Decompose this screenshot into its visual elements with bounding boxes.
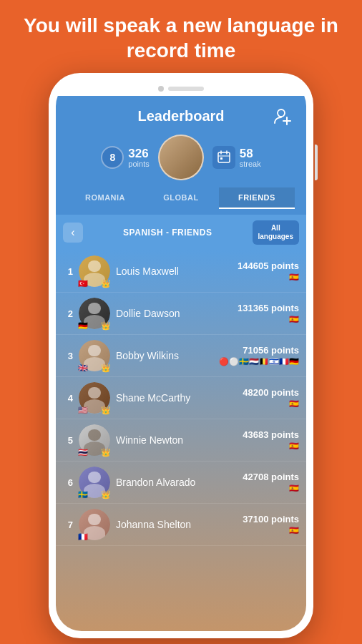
back-button[interactable]: ‹: [63, 223, 83, 243]
flag-badge: 🇬🇧: [78, 364, 88, 372]
lang-flags: 🇪🇸: [289, 399, 299, 409]
tab-global[interactable]: GLOBAL: [143, 187, 219, 209]
crown-badge: 👑: [101, 280, 111, 288]
crown-badge: 👑: [101, 449, 111, 457]
avatar-wrap: 🇬🇧 👑: [79, 340, 110, 371]
points-value: 326: [128, 147, 148, 160]
list-item: 2 🇩🇪 👑 Dollie Dawson 131365 points: [56, 293, 306, 335]
avatar-wrap: 🇩🇪 👑: [79, 298, 110, 329]
player-name: Brandon Alvarado: [116, 477, 237, 488]
item-right: 43683 points 🇪🇸: [243, 429, 299, 451]
item-right: 144605 points 🇪🇸: [238, 260, 299, 282]
add-friend-button[interactable]: [272, 104, 295, 127]
lang-flags: 🇪🇸: [289, 315, 299, 324]
tab-romania[interactable]: ROMANIA: [67, 187, 143, 209]
streak-value: 58: [240, 147, 253, 160]
item-points: 131365 points: [238, 303, 299, 313]
all-languages-button[interactable]: Alllanguages: [253, 220, 299, 245]
crown-badge: 👑: [101, 491, 111, 499]
points-info: 326 points: [128, 147, 149, 168]
phone-camera: [158, 86, 164, 92]
player-name: Shane McCarthy: [116, 392, 237, 404]
app-header: Leaderboard 8: [56, 96, 306, 215]
crown-badge: 👑: [101, 364, 111, 372]
svg-point-0: [278, 109, 285, 117]
headline: You will speak a new language in record …: [0, 0, 362, 73]
avatar-wrap: 🇸🇪 👑: [79, 467, 110, 498]
item-points: 71056 points: [243, 345, 299, 356]
item-right: 37100 points 🇪🇸: [243, 514, 299, 535]
flag-badge: 🇹🇷: [78, 280, 88, 288]
points-label: points: [128, 160, 149, 168]
lang-flags: 🔴⚪🇸🇪🇳🇱🇧🇪🇮🇱🇫🇷🇩🇪: [219, 357, 299, 366]
list-item: 5 🇹🇭 👑 Winnie Newton 43683 points: [56, 419, 306, 462]
list-item: 1 🇹🇷 👑 Louis Maxwell 144605 points: [56, 250, 306, 293]
list-item: 7 🇫🇷 Johanna Shelton 37100 points: [56, 504, 306, 546]
leaderboard-list: 1 🇹🇷 👑 Louis Maxwell 144605 points: [56, 250, 306, 631]
svg-rect-7: [220, 157, 222, 160]
phone-screen: Leaderboard 8: [56, 80, 306, 631]
player-name: Louis Maxwell: [116, 265, 232, 277]
item-points: 42708 points: [243, 472, 299, 482]
rank-badge: 8: [101, 146, 124, 169]
item-right: 42708 points 🇪🇸: [243, 472, 299, 493]
item-points: 144605 points: [238, 260, 299, 271]
phone-speaker: [168, 87, 204, 91]
streak-info: 58 streak: [240, 147, 261, 168]
filter-row: ‹ SPANISH - FRIENDS Alllanguages: [56, 215, 306, 250]
crown-badge: 👑: [101, 406, 111, 414]
rank-stat: 8 326 points: [101, 146, 149, 169]
streak-stat: 58 streak: [212, 146, 261, 169]
lang-flags: 🇪🇸: [289, 273, 299, 282]
stats-row: 8 326 points: [67, 135, 295, 180]
lang-flags: 🇪🇸: [289, 441, 299, 451]
flag-badge: 🇫🇷: [78, 533, 88, 541]
player-name: Dollie Dawson: [116, 308, 232, 319]
item-points: 48200 points: [243, 387, 299, 398]
rank-number: 6: [63, 477, 73, 488]
phone-frame: Leaderboard 8: [49, 73, 313, 638]
phone-notch: [56, 80, 306, 96]
list-item: 3 🇬🇧 👑 Bobby Wilkins 71056 points: [56, 335, 306, 377]
tab-friends[interactable]: FRIENDS: [219, 187, 295, 209]
player-name: Winnie Newton: [116, 434, 237, 446]
flag-badge: 🇩🇪: [78, 322, 88, 330]
flag-badge: 🇺🇸: [78, 406, 88, 414]
streak-icon: [212, 146, 235, 169]
item-right: 48200 points 🇪🇸: [243, 387, 299, 409]
player-name: Bobby Wilkins: [116, 350, 213, 361]
rank-number: 3: [63, 351, 73, 361]
avatar-wrap: 🇹🇷 👑: [79, 255, 110, 287]
lang-flags: 🇪🇸: [289, 526, 299, 535]
user-avatar: [158, 135, 204, 180]
tabs-row: ROMANIA GLOBAL FRIENDS: [67, 187, 295, 209]
svg-rect-3: [218, 152, 230, 162]
rank-number: 4: [63, 393, 73, 404]
flag-badge: 🇸🇪: [78, 491, 88, 499]
leaderboard-title: Leaderboard: [90, 108, 272, 125]
item-right: 71056 points 🔴⚪🇸🇪🇳🇱🇧🇪🇮🇱🇫🇷🇩🇪: [219, 345, 299, 366]
rank-number: 5: [63, 435, 73, 446]
header-top: Leaderboard: [67, 104, 295, 127]
rank-number: 1: [63, 266, 73, 277]
app-content: Leaderboard 8: [56, 96, 306, 631]
avatar-wrap: 🇫🇷: [79, 509, 110, 540]
rank-number: 7: [63, 519, 73, 530]
avatar-wrap: 🇹🇭 👑: [79, 424, 110, 456]
player-name: Johanna Shelton: [116, 519, 237, 530]
item-right: 131365 points 🇪🇸: [238, 303, 299, 324]
avatar-wrap: 🇺🇸 👑: [79, 382, 110, 414]
list-item: 4 🇺🇸 👑 Shane McCarthy 48200 points: [56, 377, 306, 419]
streak-label: streak: [240, 160, 261, 168]
lang-flags: 🇪🇸: [289, 484, 299, 493]
list-item: 6 🇸🇪 👑 Brandon Alvarado 42708 points: [56, 462, 306, 504]
filter-label: SPANISH - FRIENDS: [89, 228, 247, 238]
item-points: 37100 points: [243, 514, 299, 525]
rank-number: 2: [63, 308, 73, 319]
flag-badge: 🇹🇭: [78, 449, 88, 457]
crown-badge: 👑: [101, 322, 111, 330]
item-points: 43683 points: [243, 429, 299, 440]
